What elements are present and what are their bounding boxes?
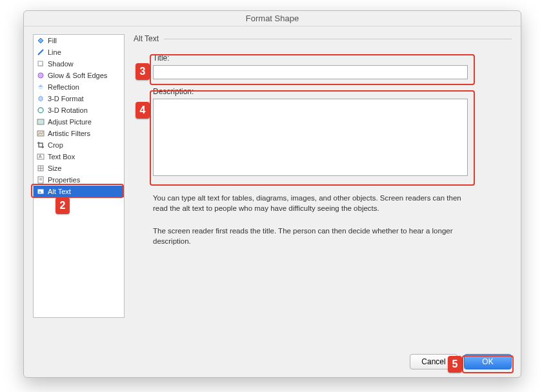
sidebar-item-label: 3-D Format bbox=[48, 95, 84, 103]
size-icon bbox=[36, 164, 45, 173]
sidebar-item-text-box[interactable]: A Text Box bbox=[34, 151, 124, 162]
svg-marker-5 bbox=[38, 88, 43, 90]
sidebar-item-label: Line bbox=[48, 48, 61, 56]
line-icon bbox=[36, 48, 45, 57]
fill-icon bbox=[36, 36, 45, 45]
cancel-button[interactable]: Cancel bbox=[410, 354, 457, 369]
sidebar-item-fill[interactable]: Fill bbox=[34, 35, 124, 46]
svg-point-3 bbox=[38, 73, 43, 78]
sidebar-item-properties[interactable]: Properties bbox=[34, 174, 124, 186]
artistic-filters-icon bbox=[36, 129, 45, 138]
section-label: Alt Text bbox=[134, 34, 159, 43]
text-box-icon: A bbox=[36, 152, 45, 161]
svg-text:A: A bbox=[39, 154, 42, 159]
sidebar-item-label: Glow & Soft Edges bbox=[48, 72, 107, 79]
sidebar-item-3d-rotation[interactable]: 3-D Rotation bbox=[34, 104, 124, 116]
sidebar-item-label: 3-D Rotation bbox=[48, 106, 88, 114]
title-input[interactable] bbox=[153, 65, 468, 79]
svg-rect-2 bbox=[38, 61, 43, 66]
description-textarea[interactable] bbox=[153, 99, 468, 176]
sidebar-item-label: Crop bbox=[48, 141, 63, 149]
sidebar-item-label: Text Box bbox=[48, 153, 75, 161]
svg-rect-16 bbox=[37, 189, 44, 194]
cube-icon bbox=[36, 94, 45, 103]
category-sidebar: Fill Line Shadow Glow & Soft Edges Refle… bbox=[33, 34, 125, 318]
sidebar-item-label: Size bbox=[48, 164, 61, 172]
dialog-footer: Cancel OK bbox=[24, 349, 521, 377]
sidebar-item-shadow[interactable]: Shadow bbox=[34, 58, 124, 70]
rotation-icon bbox=[36, 106, 45, 115]
properties-icon bbox=[36, 175, 45, 184]
description-field-group: Description: bbox=[153, 87, 512, 178]
alt-text-icon bbox=[36, 187, 45, 196]
svg-marker-4 bbox=[38, 84, 43, 87]
main-panel: Alt Text Title: Description: You can typ… bbox=[134, 34, 512, 344]
sidebar-item-crop[interactable]: Crop bbox=[34, 139, 124, 151]
section-divider bbox=[164, 39, 512, 39]
svg-rect-7 bbox=[37, 119, 44, 124]
sidebar-item-label: Fill bbox=[48, 37, 57, 44]
glow-icon bbox=[36, 71, 45, 80]
sidebar-item-reflection[interactable]: Reflection bbox=[34, 81, 124, 93]
section-header: Alt Text bbox=[134, 34, 512, 43]
description-label: Description: bbox=[153, 87, 512, 96]
dialog-content: Fill Line Shadow Glow & Soft Edges Refle… bbox=[24, 26, 521, 349]
sidebar-item-size[interactable]: Size bbox=[34, 162, 124, 174]
svg-point-8 bbox=[39, 121, 40, 122]
sidebar-item-alt-text[interactable]: Alt Text bbox=[34, 186, 124, 197]
sidebar-item-3d-format[interactable]: 3-D Format bbox=[34, 93, 124, 104]
help-text-1: You can type alt text for tables, diagra… bbox=[153, 193, 468, 213]
ok-button[interactable]: OK bbox=[464, 354, 512, 369]
reflection-icon bbox=[36, 83, 45, 92]
sidebar-item-adjust-picture[interactable]: Adjust Picture bbox=[34, 116, 124, 128]
shadow-icon bbox=[36, 59, 45, 68]
sidebar-item-label: Properties bbox=[48, 176, 80, 184]
format-shape-dialog: Format Shape Fill Line Shadow Glow & Sof… bbox=[23, 10, 521, 378]
sidebar-item-label: Shadow bbox=[48, 60, 74, 68]
sidebar-item-line[interactable]: Line bbox=[34, 46, 124, 58]
sidebar-item-label: Adjust Picture bbox=[48, 118, 92, 126]
sidebar-item-label: Alt Text bbox=[48, 188, 71, 195]
crop-icon bbox=[36, 141, 45, 150]
help-text-2: The screen reader first reads the title.… bbox=[153, 226, 468, 246]
sidebar-item-label: Reflection bbox=[48, 83, 79, 91]
sidebar-item-artistic-filters[interactable]: Artistic Filters bbox=[34, 128, 124, 139]
sidebar-item-label: Artistic Filters bbox=[48, 130, 90, 137]
title-label: Title: bbox=[153, 54, 512, 63]
window-title: Format Shape bbox=[24, 11, 521, 26]
svg-line-0 bbox=[38, 50, 43, 55]
sidebar-item-glow[interactable]: Glow & Soft Edges bbox=[34, 70, 124, 81]
title-field-group: Title: bbox=[153, 54, 512, 79]
adjust-picture-icon bbox=[36, 117, 45, 126]
